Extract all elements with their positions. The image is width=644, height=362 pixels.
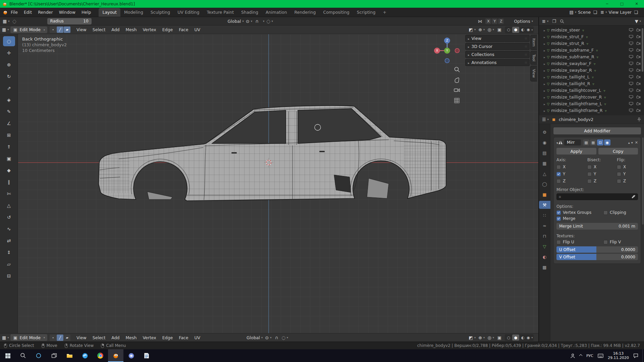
viewport-menu-item[interactable]: Select xyxy=(90,334,109,342)
outliner-item[interactable]: midsize_taillightcover_R xyxy=(539,94,644,100)
workspace-tab[interactable]: UV Editing xyxy=(174,8,203,17)
task-view-button[interactable] xyxy=(46,349,62,362)
radius-field[interactable]: Radius 10 xyxy=(47,18,92,24)
writer-button[interactable] xyxy=(139,349,154,362)
tool-button[interactable]: ∿ xyxy=(3,224,15,234)
expand-icon[interactable] xyxy=(544,34,545,39)
edge-select-button[interactable]: ╱ xyxy=(57,26,63,33)
gizmos-icon[interactable]: ⊕ xyxy=(478,336,485,340)
mirror-object-field[interactable]: ▫ xyxy=(556,193,638,200)
outliner-scrollbar[interactable] xyxy=(642,28,643,72)
notification-center-icon[interactable] xyxy=(633,353,638,358)
tool-button[interactable]: ✄ xyxy=(3,189,15,199)
viewport-menu-item[interactable]: Vertex xyxy=(140,334,159,342)
outliner-item[interactable]: midsize_taillight_L xyxy=(539,73,644,80)
properties-tab[interactable]: ⚒ xyxy=(539,201,550,209)
bisect-y-checkbox[interactable] xyxy=(587,172,592,176)
file-explorer-button[interactable] xyxy=(62,349,77,362)
zoom-icon[interactable] xyxy=(455,67,460,72)
outliner-item[interactable]: midsize_taillightframe_L xyxy=(539,100,644,107)
pan-hand-icon[interactable] xyxy=(455,78,459,83)
chrome-button[interactable] xyxy=(93,349,108,362)
tool-button[interactable]: ⊞ xyxy=(3,130,15,140)
npanel-section[interactable]: View xyxy=(465,35,530,42)
outliner-item[interactable]: midsize_taillightframe_R xyxy=(539,107,644,114)
viewport-menu-item[interactable]: UV xyxy=(191,26,203,34)
move-up-icon[interactable]: ▴ xyxy=(628,141,630,144)
render-visibility-icon[interactable] xyxy=(636,95,641,99)
window-control-button[interactable]: □ xyxy=(614,0,629,8)
npanel-section[interactable]: Annotations xyxy=(465,59,530,66)
properties-tab[interactable]: ▩ xyxy=(540,263,549,271)
sidebar-tab[interactable]: View xyxy=(530,66,537,81)
face-select-button[interactable]: ▰ xyxy=(64,335,70,341)
blender-taskbar-button[interactable] xyxy=(108,349,123,362)
render-visibility-icon[interactable] xyxy=(636,48,641,52)
search-button[interactable] xyxy=(15,349,31,362)
properties-tab[interactable]: ◉ xyxy=(540,138,549,146)
viewport-menu-item[interactable]: UV xyxy=(191,334,203,342)
overlays-icon[interactable]: ◎ xyxy=(487,336,494,340)
workspace-tab[interactable]: Layout xyxy=(99,8,120,17)
pin-icon[interactable] xyxy=(637,117,641,122)
editor-type-icon[interactable]: ▦ xyxy=(2,27,9,32)
viewport-visibility-icon[interactable] xyxy=(629,62,633,65)
bisect-x-checkbox[interactable] xyxy=(587,165,592,169)
render-visibility-icon[interactable] xyxy=(636,68,641,72)
vertex-select-button[interactable]: ∙ xyxy=(50,26,56,33)
expand-icon[interactable] xyxy=(544,108,545,113)
wireframe-shading-button[interactable]: ○ xyxy=(505,335,512,341)
outliner-item[interactable]: midsize_swaybar_R xyxy=(539,67,644,73)
viewport-menu-item[interactable]: Face xyxy=(176,334,191,342)
properties-tab[interactable]: ■ xyxy=(540,190,549,198)
menu-item[interactable]: Edit xyxy=(21,8,35,16)
object-visibility-icon[interactable]: ◩ xyxy=(469,336,476,340)
outliner-item[interactable]: midsize_steer xyxy=(539,26,644,33)
workspace-tab[interactable]: Shading xyxy=(237,8,262,17)
menu-item[interactable]: File xyxy=(8,8,21,16)
modifier-name[interactable]: Mirr xyxy=(564,139,581,145)
tool-button[interactable]: ✛ xyxy=(3,48,15,58)
workspace-tab[interactable]: + xyxy=(379,8,390,17)
object-visibility-icon[interactable]: ◩ xyxy=(469,27,476,32)
editor-type-icon[interactable]: ▦ xyxy=(3,19,10,23)
search-icon[interactable] xyxy=(560,19,564,23)
delete-modifier-icon[interactable]: ✕ xyxy=(635,140,638,145)
camera-view-icon[interactable] xyxy=(454,89,460,92)
ortho-grid-icon[interactable] xyxy=(454,98,459,103)
discord-button[interactable] xyxy=(123,349,139,362)
outliner-item[interactable]: midsize_strut_R xyxy=(539,40,644,47)
properties-tab[interactable]: △ xyxy=(540,170,549,178)
user-icon[interactable] xyxy=(570,353,575,358)
new-view-layer-icon[interactable]: ❏ xyxy=(633,10,639,14)
viewport-visibility-icon[interactable] xyxy=(629,82,633,85)
cortana-button[interactable] xyxy=(31,349,46,362)
material-shading-button[interactable]: ◐ xyxy=(519,335,526,341)
npanel-section[interactable]: Collections xyxy=(465,51,530,58)
window-control-button[interactable]: ✕ xyxy=(629,0,644,8)
properties-tab[interactable]: ⚙ xyxy=(540,128,549,136)
merge-checkbox[interactable] xyxy=(556,217,561,221)
mode-select[interactable]: ▣ Edit Mode xyxy=(10,26,48,33)
viewport-menu-item[interactable]: Face xyxy=(176,26,191,34)
properties-tab[interactable]: ▤ xyxy=(540,149,549,157)
properties-tab[interactable]: ▽ xyxy=(540,242,549,250)
tool-button[interactable]: ◈ xyxy=(3,95,15,105)
tool-button[interactable]: ⇑ xyxy=(3,142,15,152)
xray-toggle-icon[interactable]: ▣ xyxy=(497,336,502,340)
viewport-visibility-icon[interactable] xyxy=(629,68,633,72)
viewport-menu-item[interactable]: Add xyxy=(108,334,122,342)
workspace-tab[interactable]: Compositing xyxy=(319,8,353,17)
options-dropdown[interactable]: Options xyxy=(514,19,533,24)
rendered-shading-button[interactable]: ◉ xyxy=(526,27,533,33)
overlays-icon[interactable]: ◎ xyxy=(487,27,494,32)
workspace-tab[interactable]: Animation xyxy=(262,8,291,17)
outliner-item[interactable]: midsize_taillightcover_L xyxy=(539,87,644,94)
orientation-select[interactable]: Global xyxy=(228,19,244,24)
realtime-toggle[interactable]: ⊡ xyxy=(597,139,603,145)
workspace-tab[interactable]: Sculpting xyxy=(147,8,174,17)
flip-x-checkbox[interactable] xyxy=(617,165,621,169)
viewport-visibility-icon[interactable] xyxy=(629,48,633,52)
render-visibility-icon[interactable] xyxy=(636,55,641,59)
render-visibility-icon[interactable] xyxy=(636,109,641,112)
